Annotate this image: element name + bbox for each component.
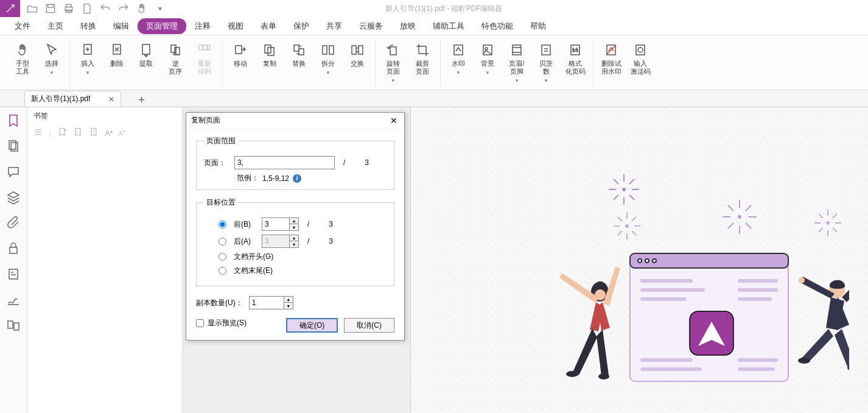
- ribbon-rotate[interactable]: 旋转 页面 ▼: [380, 38, 406, 87]
- radio-after-label[interactable]: 后(A): [234, 236, 257, 247]
- menu-form[interactable]: 表单: [252, 18, 285, 34]
- sidebar-security[interactable]: [6, 241, 21, 256]
- dialog-titlebar[interactable]: 复制页面 ✕: [186, 113, 404, 129]
- copies-spin[interactable]: ▲▼: [249, 296, 293, 309]
- ribbon-duplicate[interactable]: 复制: [257, 38, 282, 87]
- menu-view[interactable]: 视图: [219, 18, 252, 34]
- menu-protect[interactable]: 保护: [285, 18, 318, 34]
- sidebar-comments[interactable]: [6, 164, 21, 179]
- radio-doc-end-label[interactable]: 文档末尾(E): [234, 266, 273, 276]
- bm-expand-icon[interactable]: [89, 127, 99, 139]
- open-icon[interactable]: [26, 2, 38, 15]
- document-canvas[interactable]: [411, 107, 868, 413]
- menu-file[interactable]: 文件: [6, 18, 39, 34]
- ribbon-move[interactable]: 移动: [228, 38, 253, 87]
- print-icon[interactable]: [63, 2, 75, 15]
- svg-point-38: [623, 188, 625, 191]
- page-icon[interactable]: [81, 2, 93, 15]
- ribbon-insert[interactable]: 插入 ▼: [75, 38, 100, 87]
- ribbon-format-pagenum[interactable]: 格式 化页码: [562, 38, 588, 87]
- svg-point-50: [566, 371, 578, 377]
- before-spin-input[interactable]: [262, 217, 290, 231]
- radio-before-label[interactable]: 前(B): [234, 219, 257, 230]
- bm-bookmark-icon[interactable]: [73, 127, 83, 139]
- spin-up-icon[interactable]: ▲: [284, 297, 293, 303]
- ribbon-reverse[interactable]: 逆 页序: [163, 38, 188, 87]
- menu-feature[interactable]: 特色功能: [473, 18, 522, 34]
- sidebar-pages[interactable]: [6, 139, 21, 154]
- spin-down-icon[interactable]: ▼: [290, 224, 298, 230]
- menu-accessibility[interactable]: 辅助工具: [424, 18, 473, 34]
- title-bar: ▾ 新人引导(1)(1).pdf - 福昕PDF编辑器: [0, 0, 868, 17]
- menu-page-manage[interactable]: 页面管理: [138, 18, 186, 34]
- radio-doc-end[interactable]: [219, 267, 226, 275]
- menu-share[interactable]: 共享: [318, 18, 351, 34]
- qat-dropdown-icon[interactable]: ▾: [154, 2, 166, 15]
- ribbon-split[interactable]: 拆分 ▼: [315, 38, 341, 87]
- ribbon-delete[interactable]: 删除: [104, 38, 130, 87]
- sidebar-layers[interactable]: [6, 190, 21, 205]
- sidebar-attachments[interactable]: [6, 216, 21, 230]
- menu-help[interactable]: 帮助: [522, 18, 555, 34]
- page-range-legend: 页面范围: [204, 136, 238, 146]
- svg-rect-32: [9, 141, 16, 149]
- bm-font-inc-icon[interactable]: A▴: [105, 129, 113, 138]
- ribbon-remove-trial-watermark[interactable]: 删除试 用水印: [598, 38, 624, 87]
- menu-home[interactable]: 主页: [39, 18, 72, 34]
- ribbon-hand-tool[interactable]: 手型 工具: [10, 38, 35, 87]
- menu-edit[interactable]: 编辑: [105, 18, 138, 34]
- menu-cloud[interactable]: 云服务: [351, 18, 391, 34]
- save-icon[interactable]: [44, 2, 57, 15]
- sidebar-form[interactable]: [6, 267, 21, 281]
- sidebar-compare[interactable]: [6, 318, 21, 333]
- copies-input[interactable]: [249, 296, 284, 309]
- redo-icon[interactable]: [117, 2, 130, 15]
- sidebar-bookmarks[interactable]: [6, 113, 21, 128]
- ribbon-header-footer[interactable]: 页眉/ 页脚 ▼: [504, 38, 530, 87]
- show-preview-checkbox[interactable]: [196, 319, 204, 327]
- ribbon-select[interactable]: 选择 ▼: [39, 38, 65, 87]
- dialog-close-button[interactable]: ✕: [388, 115, 399, 126]
- svg-point-25: [485, 48, 488, 50]
- menu-annotate[interactable]: 注释: [186, 18, 219, 34]
- radio-doc-start-label[interactable]: 文档开头(G): [234, 252, 273, 262]
- svg-rect-11: [203, 45, 207, 50]
- target-position-fieldset: 目标位置 前(B) ▲▼ / 3 后(A) ▲▼ / 3: [196, 197, 394, 286]
- close-tab-icon[interactable]: ✕: [108, 95, 114, 104]
- ribbon-input-activation-code[interactable]: 输入 激活码: [628, 38, 653, 87]
- document-tab[interactable]: 新人引导(1)(1).pdf ✕: [24, 91, 121, 107]
- menu-convert[interactable]: 转换: [72, 18, 105, 34]
- ribbon-swap[interactable]: 交换: [345, 38, 370, 87]
- before-spin[interactable]: ▲▼: [262, 217, 299, 231]
- cancel-button[interactable]: 取消(C): [344, 318, 394, 333]
- menu-present[interactable]: 放映: [391, 18, 424, 34]
- svg-rect-22: [390, 47, 396, 55]
- hand-qat-icon[interactable]: [136, 2, 148, 15]
- page-input[interactable]: [234, 156, 335, 169]
- crop-icon: [415, 43, 430, 57]
- undo-icon[interactable]: [99, 2, 111, 15]
- svg-rect-23: [454, 45, 463, 55]
- radio-doc-start[interactable]: [219, 253, 226, 261]
- bm-font-dec-icon[interactable]: A▾: [119, 129, 125, 137]
- ribbon-watermark[interactable]: 水印 ▼: [446, 38, 471, 87]
- radio-after[interactable]: [219, 238, 226, 245]
- actcode-icon: [633, 43, 648, 57]
- chevron-down-icon: ▼: [391, 78, 396, 83]
- ribbon-bates[interactable]: 贝茨 数 ▼: [533, 38, 559, 87]
- ok-button[interactable]: 确定(O): [286, 318, 338, 333]
- radio-before[interactable]: [219, 221, 226, 228]
- spin-down-icon[interactable]: ▼: [284, 303, 293, 309]
- show-preview-checkbox-label[interactable]: 显示预览(S): [196, 318, 247, 328]
- ribbon-background[interactable]: 背景 ▼: [475, 38, 500, 87]
- ribbon-crop[interactable]: 裁剪 页面: [410, 38, 435, 87]
- ribbon-extract[interactable]: 提取: [133, 38, 159, 87]
- ribbon-replace[interactable]: 替换: [286, 38, 312, 87]
- after-spin-input: [262, 235, 290, 248]
- add-tab-button[interactable]: +: [133, 94, 150, 107]
- bm-add-icon[interactable]: [57, 127, 67, 139]
- bm-list-icon[interactable]: [33, 127, 43, 139]
- spin-up-icon[interactable]: ▲: [290, 218, 298, 224]
- sidebar-sign[interactable]: [6, 292, 21, 307]
- info-icon[interactable]: i: [293, 174, 301, 183]
